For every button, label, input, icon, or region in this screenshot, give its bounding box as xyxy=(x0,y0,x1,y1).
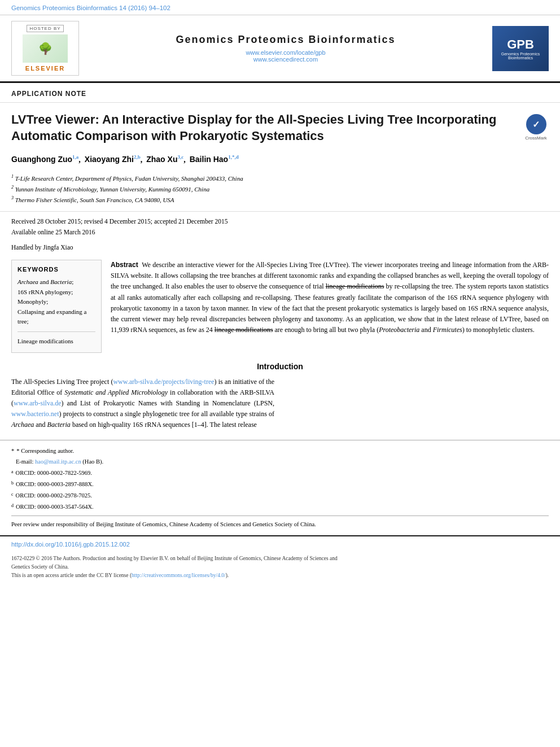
intro-para-left: The All-Species Living Tree project (www… xyxy=(11,377,274,431)
affiliation-2: 2 Yunnan Institute of Microbiology, Yunn… xyxy=(11,184,549,194)
arb-silva-link[interactable]: www.arb-silva.de/projects/living-tree xyxy=(113,378,214,386)
aff1-sup: 1 xyxy=(11,174,14,179)
keyword-archaea: Archaea xyxy=(18,278,38,285)
aff1-text: T-Life Research Center, Department of Ph… xyxy=(15,175,243,182)
affiliation-3: 3 Thermo Fisher Scientific, South San Fr… xyxy=(11,195,549,204)
introduction-section: Introduction xyxy=(0,353,560,371)
bacterio-link[interactable]: www.bacterio.net xyxy=(11,410,59,418)
abstract-label: Abstract xyxy=(111,261,138,269)
keyword-collapsing: Collapsing and expanding a tree; xyxy=(18,307,95,327)
journal-header: HOSTED BY 🌳 ELSEVIER Genomics Proteomics… xyxy=(0,15,560,83)
legal-line-2: Genetics Society of China. xyxy=(11,563,549,571)
orcid-c-sup: c xyxy=(11,491,14,499)
legal-line-1: 1672-0229 © 2016 The Authors. Production… xyxy=(11,554,549,563)
two-col-intro: The All-Species Living Tree project (www… xyxy=(0,377,560,431)
asterisk-note: * xyxy=(11,446,14,456)
aff3-text: Thermo Fisher Scientific, South San Fran… xyxy=(15,196,174,203)
handled-by: Handled by Jingfa Xiao xyxy=(0,242,560,255)
keyword-monophyly: Monophyly; xyxy=(18,297,95,307)
journal-links: www.elsevier.com/locate/gpb www.scienced… xyxy=(85,49,487,63)
bacteria-intro: Bacteria xyxy=(47,421,71,429)
orcid-c: c ORCID: 0000-0002-2978-7025. xyxy=(11,491,549,501)
orcid-d: d ORCID: 0000-0003-3547-564X. xyxy=(11,502,549,512)
author-hao-sup: 1,*,d xyxy=(228,154,239,160)
author-xiaoyang-zhi: Xiaoyang Zhi xyxy=(85,155,134,164)
intro-col-left: The All-Species Living Tree project (www… xyxy=(11,377,274,431)
orcid-d-text: ORCID: 0000-0003-3547-564X. xyxy=(16,502,94,512)
keywords-list: Archaea and Bacteria; 16S rRNA phylogeny… xyxy=(18,277,95,347)
corresponding-label: * Corresponding author. xyxy=(16,446,74,456)
main-content-area: KEYWORDS Archaea and Bacteria; 16S rRNA … xyxy=(0,260,560,353)
dates-area: Received 28 October 2015; revised 4 Dece… xyxy=(0,211,560,242)
abstract-column: Abstract We describe an interactive view… xyxy=(111,260,549,353)
peer-review-note: Peer review under responsibility of Beij… xyxy=(11,519,549,530)
intro-col-right xyxy=(286,377,549,431)
introduction-heading: Introduction xyxy=(11,362,549,371)
crossmark-badge[interactable]: ✓ CrossMark xyxy=(523,114,549,141)
orcid-a-sup: a xyxy=(11,468,14,476)
bottom-legal: 1672-0229 © 2016 The Authors. Production… xyxy=(0,552,560,586)
affiliations-area: 1 T-Life Research Center, Department of … xyxy=(0,170,560,209)
author-bailin-hao: Bailin Hao xyxy=(190,155,228,164)
keywords-sidebar: KEYWORDS Archaea and Bacteria; 16S rRNA … xyxy=(11,260,102,353)
author-zuo-sup: 1,a xyxy=(72,154,78,160)
aff3-sup: 3 xyxy=(11,195,14,200)
author-zhi-sup: 2,b xyxy=(134,154,141,160)
author-guanghong-zuo: Guanghong Zuo xyxy=(11,155,72,164)
elsevier-logo: HOSTED BY 🌳 ELSEVIER xyxy=(11,21,79,76)
orcid-b-sup: b xyxy=(11,479,14,487)
lineage-strike-2: lineage modifications xyxy=(215,326,273,334)
proteobacteria: Proteobacteria xyxy=(379,326,419,334)
affiliation-1: 1 T-Life Research Center, Department of … xyxy=(11,173,549,183)
article-title: LVTree Viewer: An Interactive Display fo… xyxy=(11,112,518,144)
authors-area: Guanghong Zuo1,a, Xiaoyang Zhi2,b, Zhao … xyxy=(0,148,560,170)
sciencedirect-link[interactable]: www.sciencedirect.com xyxy=(85,56,487,63)
elsevier-tree-image: 🌳 xyxy=(23,34,68,63)
article-type-label: APPLICATION NOTE xyxy=(0,83,560,103)
orcid-b-text: ORCID: 0000-0003-2897-888X. xyxy=(16,479,94,490)
keywords-heading: KEYWORDS xyxy=(18,266,95,273)
keyword-lineage-modifications: Lineage modifications xyxy=(18,337,95,347)
citation-link[interactable]: Genomics Proteomics Bioinformatics 14 (2… xyxy=(11,5,170,11)
abstract-text: We describe an interactive viewer for th… xyxy=(111,261,549,334)
elsevier-name: ELSEVIER xyxy=(25,65,65,72)
keywords-divider xyxy=(18,331,95,332)
email-link[interactable]: hao@mail.itp.ac.cn xyxy=(35,458,81,465)
orcid-a: a ORCID: 0000-0002-7822-5969. xyxy=(11,468,549,478)
journal-full-title: Genomics Proteomics Bioinformatics xyxy=(85,34,487,46)
journal-title-center: Genomics Proteomics Bioinformatics www.e… xyxy=(85,34,487,63)
orcid-c-text: ORCID: 0000-0002-2978-7025. xyxy=(16,491,92,501)
keyword-16s-rrna: 16S rRNA phylogeny; xyxy=(18,287,95,298)
email-line: E-mail: hao@mail.itp.ac.cn (Hao B). xyxy=(11,457,549,467)
aff2-sup: 2 xyxy=(11,185,14,190)
crossmark-circle: ✓ xyxy=(526,114,546,134)
email-indent: E-mail: hao@mail.itp.ac.cn (Hao B). xyxy=(11,457,103,467)
cc-license-link[interactable]: http://creativecommons.org/licenses/by/4… xyxy=(132,573,226,578)
keyword-archaea-bacteria: Archaea and Bacteria; xyxy=(18,277,95,287)
abstract-block: Abstract We describe an interactive view… xyxy=(111,260,549,335)
doi-link[interactable]: http://dx.doi.org/10.1016/j.gpb.2015.12.… xyxy=(11,541,130,548)
footnotes-separator xyxy=(11,516,549,516)
article-title-area: LVTree Viewer: An Interactive Display fo… xyxy=(0,103,560,148)
corresponding-author-note: * * Corresponding author. xyxy=(11,446,549,456)
gpb-abbreviation: GPB xyxy=(507,37,534,52)
journal-italic: Systematic and Applied Microbiology xyxy=(64,388,168,396)
author-xu-sup: 3,c xyxy=(177,154,183,160)
keyword-bacteria: Bacteria xyxy=(50,278,72,285)
crossmark-label: CrossMark xyxy=(525,136,547,141)
archaea-intro: Archaea xyxy=(11,421,34,429)
gpb-logo: GPB Genomics Proteomics Bioinformatics xyxy=(492,26,549,71)
aff2-text: Yunnan Institute of Microbiology, Yunnan… xyxy=(15,186,209,193)
firmicutes: Firmicutes xyxy=(433,326,462,334)
orcid-a-text: ORCID: 0000-0002-7822-5969. xyxy=(16,468,92,478)
top-citation-bar: Genomics Proteomics Bioinformatics 14 (2… xyxy=(0,0,560,15)
received-date: Received 28 October 2015; revised 4 Dece… xyxy=(11,216,549,226)
legal-line-3: This is an open access article under the… xyxy=(11,571,549,580)
hosted-by-label: HOSTED BY xyxy=(27,25,63,32)
arb-silva-main-link[interactable]: www.arb-silva.de xyxy=(14,399,62,407)
orcid-d-sup: d xyxy=(11,502,14,510)
footnotes-area: * * Corresponding author. E-mail: hao@ma… xyxy=(0,440,560,535)
elsevier-locate-link[interactable]: www.elsevier.com/locate/gpb xyxy=(85,49,487,56)
gpb-logo-subtitle: Genomics Proteomics Bioinformatics xyxy=(492,52,549,60)
available-date: Available online 25 March 2016 xyxy=(11,227,549,237)
